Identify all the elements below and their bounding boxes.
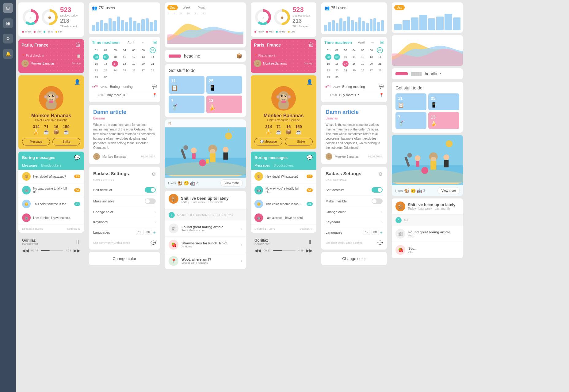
settings-gear-icon[interactable]: ⚙	[151, 171, 156, 177]
setting-row-5[interactable]: Keyboard ›	[326, 217, 383, 227]
music-back-icon[interactable]: ◀◀	[22, 248, 29, 253]
lang-add-button-2[interactable]: +	[380, 230, 383, 235]
calendar-grid-icon-2[interactable]: ⊞	[380, 40, 384, 45]
column-1: ☁ 📦 523 Deploys today 213 TP rolls spent	[16, 0, 86, 392]
likes-count: 3	[197, 181, 198, 185]
setting-row-3: Make invisible	[326, 196, 383, 207]
toggle-self-destruct[interactable]	[145, 187, 156, 193]
tab-day-2[interactable]: Day	[394, 5, 405, 10]
rolls-label-2: TP rolls spent	[292, 25, 310, 28]
lang-fr-2[interactable]: FR	[372, 230, 379, 235]
activity-chevron-1: ›	[241, 226, 242, 231]
tab-last-week-2[interactable]: Last week	[418, 207, 432, 210]
svg-point-56	[446, 140, 453, 147]
deploys-number-2: 523	[292, 6, 310, 13]
msg-avatar-6: 🤖	[254, 186, 263, 194]
setting-row-languages: Languages EN FR +	[93, 227, 156, 238]
toggle-make-invisible[interactable]	[145, 198, 156, 204]
calendar-grid-icon[interactable]: ⊞	[153, 40, 157, 45]
sidebar-icon-gear[interactable]: ⚙	[3, 34, 13, 43]
messages-title: Boring messages	[22, 155, 55, 160]
activity-item-4: 📰 Found great boring article Fro...	[392, 226, 463, 242]
settings-footer-icon: 💬	[151, 240, 156, 245]
music-pause-icon-2[interactable]: ⏸	[307, 239, 313, 245]
todo-num: 7	[171, 98, 202, 103]
calendar-more-icon-2[interactable]: ···	[371, 40, 374, 45]
article-author-avatar: 🐒	[93, 153, 100, 160]
music-back-icon-2[interactable]: ◀◀	[254, 248, 261, 253]
tab-last-week[interactable]: Last week	[192, 201, 205, 204]
cal-day[interactable]: 07	[150, 47, 156, 53]
sidebar-icon-grid[interactable]: ⊞	[3, 3, 13, 13]
tab-today-2[interactable]: Today	[408, 207, 416, 210]
lang-add-button[interactable]: +	[153, 230, 156, 235]
toggle-2[interactable]	[372, 187, 383, 193]
tab-messages[interactable]: Messages	[22, 164, 37, 167]
lang-en[interactable]: EN	[136, 230, 143, 235]
music-forward-icon[interactable]: ▶▶	[74, 248, 80, 253]
sidebar-icon-chart[interactable]: ▦	[3, 18, 13, 28]
activity-icon-4: 📰	[395, 229, 405, 239]
tab-today[interactable]: Today	[181, 201, 189, 204]
settings-footer-icon-2: 💬	[377, 240, 383, 245]
svg-text:☁: ☁	[29, 16, 32, 19]
bar-item	[377, 22, 380, 31]
setting-label: Self destruct	[93, 188, 145, 192]
music-card-2: Gorillaz Gorillaz 2001. ⏸ ◀◀ 00:37 4:28 …	[251, 235, 316, 256]
cal-day[interactable]: 08	[93, 54, 99, 60]
article-date: 03.06.2014.	[141, 155, 156, 158]
activities-card: 🐒 Shit I've been up to lately Today Last…	[165, 191, 246, 269]
tab-last-month[interactable]: Last month	[208, 201, 223, 204]
column-6: Day	[389, 0, 465, 392]
setting-row-change-color[interactable]: Change color ›	[93, 207, 156, 217]
sidebar-icon-bell[interactable]: 🔔	[3, 49, 13, 59]
donut-chart-3: ☁	[254, 9, 272, 26]
tab-month[interactable]: Month	[195, 5, 209, 10]
change-color-button-2[interactable]: Change color	[321, 252, 387, 265]
change-color-button[interactable]: Change color	[89, 252, 160, 265]
tab-week[interactable]: Week	[180, 5, 193, 10]
column-2: 👥 751 users	[86, 0, 162, 392]
toggle-3[interactable]	[372, 198, 383, 204]
setting-row-keyboard[interactable]: Keyboard ›	[93, 217, 156, 227]
messages-card-2: Boring messages 💬 Messages Bloodsuckers …	[251, 152, 316, 233]
tab-day[interactable]: Day	[167, 5, 178, 10]
lang-fr[interactable]: FR	[145, 230, 152, 235]
headline-full: headline	[425, 71, 441, 76]
activity-title-2: Strawberries for lunch. Epic!	[181, 241, 238, 245]
message-button-2[interactable]: 💬 Message	[254, 138, 282, 145]
music-forward-icon-2[interactable]: ▶▶	[306, 248, 313, 253]
strike-button-2[interactable]: ⚡ Strike	[285, 138, 313, 145]
calendar-title: Time macheen	[92, 40, 120, 45]
sidebar: ⊞ ▦ ⚙ 🔔	[0, 0, 16, 392]
svg-point-27	[191, 148, 197, 153]
view-more-button-2[interactable]: View more	[437, 187, 460, 194]
article-author: Monkee Bananas	[102, 155, 126, 158]
cal-day[interactable]: 17	[112, 61, 118, 67]
cal-day[interactable]: 09	[103, 54, 109, 60]
strike-button[interactable]: Strike	[52, 138, 80, 145]
message-button[interactable]: Message	[22, 138, 50, 145]
likes-row: Likes 🐒 😊 🤖 3 View more	[165, 178, 246, 188]
settings-gear-icon-2[interactable]: ⚙	[378, 171, 383, 177]
tab-messages-2[interactable]: Messages	[254, 164, 270, 167]
tab-last-month-2[interactable]: Last month	[435, 207, 450, 210]
stats-legend-2: Today Max Today Left	[254, 30, 313, 33]
toggle-thumb	[151, 188, 155, 192]
settings-card-2: Badass Settings ⚙ MAIN SETTINGS Self des…	[321, 167, 387, 250]
stats-card: ☁ 📦 523 Deploys today 213 TP rolls spent	[18, 2, 84, 37]
view-more-button[interactable]: View more	[220, 179, 243, 187]
cal-day: 11	[121, 54, 128, 60]
paris-card-2: Paris, France 🏛 📍 First check in 🐒 Monke…	[251, 39, 316, 73]
chevron-right-icon-3: ›	[381, 220, 383, 224]
lang-en-2[interactable]: EN	[363, 230, 370, 235]
todo-icon: 🍌	[209, 104, 240, 111]
tab-bloodsuckers[interactable]: Bloodsuckers	[41, 164, 61, 167]
calendar-more-icon[interactable]: ···	[142, 40, 146, 45]
msg-text-8: I am a robot. I have no soul.	[265, 216, 313, 220]
music-pause-icon[interactable]: ⏸	[75, 239, 80, 245]
calendar-month-2: April	[358, 40, 365, 44]
tab-bloodsuckers-2[interactable]: Bloodsuckers	[273, 164, 294, 167]
cal-day: 10	[112, 54, 118, 60]
setting-row-4[interactable]: Change color ›	[326, 207, 383, 217]
